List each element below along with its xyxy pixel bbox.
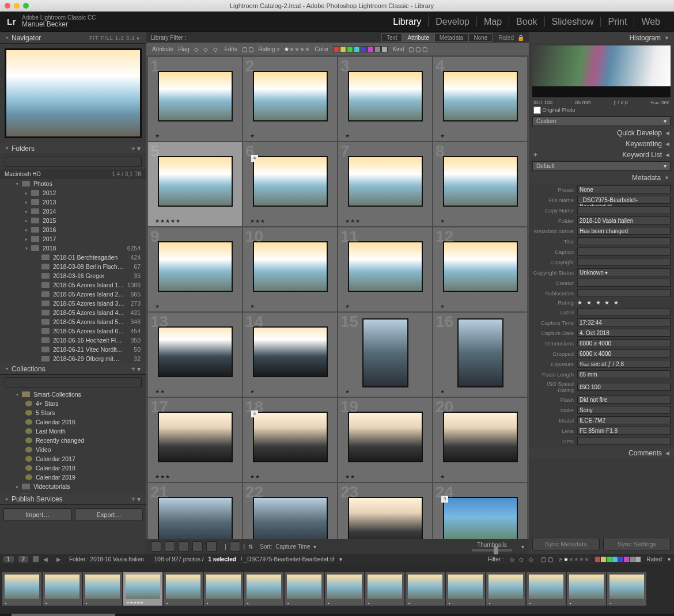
toolbar-menu-icon[interactable]: ▾	[521, 543, 524, 550]
metadata-field[interactable]: 2018-10 Vasia Italien	[577, 216, 671, 225]
filter-colors[interactable]	[595, 557, 641, 562]
filmstrip-thumb[interactable]: ★★★★★	[123, 572, 162, 606]
status-dropdown-icon[interactable]: ▾	[339, 556, 342, 562]
filter-edits-icons[interactable]: ▢ ▢	[541, 556, 553, 562]
painter-icon[interactable]	[230, 541, 240, 552]
original-photo-checkbox[interactable]: Original Photo	[533, 107, 575, 113]
folder-search-input[interactable]	[5, 157, 142, 167]
add-folder-icon[interactable]: + ▾	[131, 145, 141, 153]
metadata-field[interactable]: 17:32:44	[577, 318, 671, 326]
filmstrip-thumb[interactable]: •	[607, 572, 646, 606]
metadata-field[interactable]: 6000 x 4000	[577, 339, 671, 347]
navigator-modes[interactable]: FIT FILL 1:1 3:1 ▸	[89, 35, 141, 41]
folder-row[interactable]: 2018-05 Azores Island 4…431	[0, 308, 146, 317]
publish-header[interactable]: ▸ Publish Services + ▾	[0, 493, 146, 505]
metadata-field[interactable]	[577, 437, 671, 445]
smart-collection-item[interactable]: Calendar 2019	[0, 473, 146, 482]
folder-row[interactable]: ▸2013	[0, 197, 146, 207]
color-swatch[interactable]	[333, 46, 339, 52]
grid-cell[interactable]: 23	[338, 482, 433, 539]
filter-rating[interactable]: ≥ ★★★★★	[559, 556, 589, 562]
folder-row[interactable]: ▸2017	[0, 234, 146, 244]
color-filter[interactable]	[333, 46, 388, 52]
module-develop[interactable]: Develop	[428, 17, 476, 27]
color-swatch[interactable]	[635, 557, 641, 562]
flag-icons[interactable]: ◇ ◇ ◇	[194, 46, 220, 52]
color-swatch[interactable]	[368, 46, 374, 52]
folder-row[interactable]: 2018-05 Azores Island 5…348	[0, 317, 146, 326]
metadata-field[interactable]	[577, 206, 671, 214]
folder-row[interactable]: 2018-06-21 Vitec Nordit…50	[0, 345, 146, 354]
color-swatch[interactable]	[347, 46, 353, 52]
grid-cell[interactable]: 21	[147, 482, 243, 539]
color-swatch[interactable]	[618, 557, 623, 562]
navigator-preview[interactable]	[5, 48, 142, 138]
grid-cell[interactable]: 8★	[433, 142, 528, 227]
kind-icons[interactable]: ▢ ▢ ▢	[408, 46, 427, 52]
compare-view-icon[interactable]	[179, 541, 189, 552]
grid-cell[interactable]: 5★★★★★	[147, 142, 243, 227]
collections-header[interactable]: ▾ Collections + ▾	[0, 363, 146, 375]
metadata-field[interactable]	[577, 237, 671, 245]
filter-tab-attribute[interactable]: Attribute	[402, 33, 434, 42]
filter-flag-icons[interactable]: ◇ ◇ ◇	[510, 556, 536, 562]
metadata-field[interactable]: ILCE-7M2	[577, 416, 671, 424]
loupe-view-icon[interactable]	[165, 541, 175, 552]
folder-row[interactable]: 2018-06-16 Hochzeit Fl…350	[0, 336, 146, 345]
thumb-size-slider[interactable]	[472, 549, 512, 552]
color-swatch[interactable]	[361, 46, 367, 52]
metadata-field[interactable]: _DSC7975-Bearbeitet-Bearbeitet.tif	[577, 196, 671, 204]
edits-icons[interactable]: ▢ ▢	[242, 46, 254, 52]
folder-row[interactable]: ▸2012	[0, 188, 146, 197]
folder-row[interactable]: 2018-05 Azores Island 6…454	[0, 326, 146, 336]
metadata-field[interactable]: 6000 x 4000	[577, 349, 671, 358]
folder-row[interactable]: 2018-05 Azores Island 3…273	[0, 299, 146, 308]
folder-row[interactable]: 2018-05 Azores Island 1…1086	[0, 280, 146, 290]
histogram-chart[interactable]	[532, 45, 671, 97]
grid-view-icon[interactable]	[151, 541, 161, 552]
metadata-field[interactable]: Did not fire	[577, 396, 671, 404]
screen-1[interactable]: 1	[3, 556, 14, 562]
filter-tab-text[interactable]: Text	[381, 33, 402, 42]
filter-tab-metadata[interactable]: Metadata	[434, 33, 469, 42]
folder-row[interactable]: ▾Photos	[0, 179, 146, 188]
filter-tab-none[interactable]: None	[468, 33, 493, 42]
color-swatch[interactable]	[630, 557, 635, 562]
collection-item[interactable]: ▸Videotutorials	[0, 482, 146, 491]
grid-view[interactable]: 1★2★3★4★5★★★★★64★★★7★★★8★9★10★11★12★13★★…	[146, 55, 529, 539]
color-swatch[interactable]	[612, 557, 618, 562]
grid-cell[interactable]: 16★	[433, 312, 528, 397]
metadata-field[interactable]: 4. Oct 2018	[577, 329, 671, 337]
module-book[interactable]: Book	[509, 17, 544, 27]
rating-filter[interactable]: ★★★★★	[284, 46, 310, 52]
keywordlist-header[interactable]: +Keyword List◀	[529, 149, 674, 160]
module-map[interactable]: Map	[476, 17, 509, 27]
grid-cell[interactable]: 17★★★	[147, 397, 243, 482]
status-path[interactable]: Folder : 2018-10 Vasia Italien	[69, 556, 144, 562]
smart-collection-item[interactable]: Video	[0, 445, 146, 454]
metadata-field[interactable]	[577, 248, 671, 256]
metadata-field[interactable]: Has been changed	[577, 227, 671, 235]
folder-row[interactable]: ▸2015	[0, 216, 146, 225]
grid-cell[interactable]: 15★	[338, 312, 433, 397]
survey-view-icon[interactable]	[192, 541, 203, 552]
grid-cell[interactable]: 20★	[433, 397, 528, 482]
histogram-header[interactable]: Histogram ▼	[529, 32, 674, 43]
color-swatch[interactable]	[607, 557, 612, 562]
filter-preset-dropdown[interactable]: Rated	[646, 556, 662, 562]
filmstrip-thumb[interactable]: •	[244, 572, 283, 606]
sync-settings-button[interactable]: Sync Settings	[603, 538, 671, 550]
volume-row[interactable]: Macintosh HD 1,4 / 3,1 TB	[0, 169, 146, 179]
quickdevelop-preset[interactable]: Custom▾	[532, 116, 671, 126]
grid-cell[interactable]: 1★	[147, 56, 243, 142]
metadata-field[interactable]: Sony	[577, 406, 671, 414]
people-view-icon[interactable]	[206, 541, 217, 552]
smart-collection-item[interactable]: Calendar 2016	[0, 417, 146, 427]
metadata-field[interactable]: FE 85mm F1.8	[577, 427, 671, 435]
metadata-field[interactable]: ISO 100	[577, 383, 671, 391]
quickdevelop-header[interactable]: Quick Develop◀	[529, 127, 674, 138]
filmstrip-thumb[interactable]: •	[486, 572, 525, 606]
color-swatch[interactable]	[624, 557, 629, 562]
grid-cell[interactable]: 64★★★	[243, 142, 338, 227]
filmstrip-thumb[interactable]: •	[567, 572, 606, 606]
